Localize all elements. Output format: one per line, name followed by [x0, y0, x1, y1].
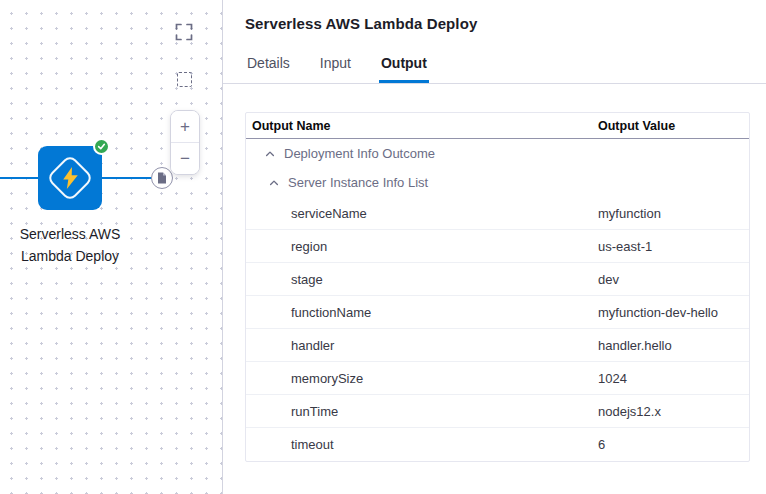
tab-output[interactable]: Output — [379, 55, 429, 83]
tabs: DetailsInputOutput — [223, 55, 766, 84]
step-details-panel: Serverless AWS Lambda Deploy DetailsInpu… — [223, 0, 766, 494]
marquee-select-button[interactable] — [173, 68, 195, 90]
output-table-rows: Deployment Info OutcomeServer Instance I… — [246, 139, 749, 461]
success-check-icon — [93, 138, 110, 155]
zoom-out-button[interactable]: − — [171, 143, 199, 174]
table-row: handlerhandler.hello — [246, 329, 749, 362]
column-header-output-name: Output Name — [246, 119, 598, 133]
node-label: Serverless AWS Lambda Deploy — [6, 224, 134, 267]
table-row: serviceNamemyfunction — [246, 197, 749, 230]
output-value-cell: myfunction-dev-hello — [598, 305, 749, 320]
output-table: Output Name Output Value Deployment Info… — [245, 112, 750, 462]
marquee-select-icon — [177, 72, 192, 87]
zoom-in-button[interactable]: + — [171, 111, 199, 142]
table-row: runTimenodejs12.x — [246, 395, 749, 428]
tab-input[interactable]: Input — [318, 55, 353, 83]
table-row: regionus-east-1 — [246, 230, 749, 263]
output-name-cell: stage — [246, 272, 598, 287]
output-value-cell: us-east-1 — [598, 239, 749, 254]
pipeline-canvas[interactable]: Serverless AWS Lambda Deploy + − — [0, 0, 223, 494]
table-row: timeout6 — [246, 428, 749, 461]
output-name-cell: functionName — [246, 305, 598, 320]
node-output-port[interactable] — [151, 167, 173, 189]
column-header-output-value: Output Value — [598, 119, 749, 133]
output-group-row[interactable]: Server Instance Info List — [246, 168, 749, 197]
output-name-cell: handler — [246, 338, 598, 353]
output-value-cell: dev — [598, 272, 749, 287]
output-name-cell: memorySize — [246, 371, 598, 386]
tab-details[interactable]: Details — [245, 55, 292, 83]
fit-view-button[interactable] — [173, 21, 195, 43]
edge-line-out — [102, 177, 152, 179]
lightning-bolt-icon — [62, 166, 79, 190]
output-name-cell: serviceName — [246, 206, 598, 221]
edge-line-in — [0, 177, 38, 179]
output-table-header: Output Name Output Value — [246, 113, 749, 139]
table-row: stagedev — [246, 263, 749, 296]
output-value-cell: 1024 — [598, 371, 749, 386]
app-window: Serverless AWS Lambda Deploy + − Serverl… — [0, 0, 766, 494]
output-name-cell: timeout — [246, 437, 598, 452]
node-serverless-aws-lambda-deploy[interactable] — [38, 146, 102, 210]
output-group-label: Deployment Info Outcome — [284, 146, 435, 161]
output-name-cell: region — [246, 239, 598, 254]
table-row: memorySize1024 — [246, 362, 749, 395]
output-name-cell: runTime — [246, 404, 598, 419]
chevron-up-icon[interactable] — [264, 148, 276, 160]
fit-view-icon — [175, 23, 193, 41]
output-value-cell: 6 — [598, 437, 749, 452]
output-value-cell: nodejs12.x — [598, 404, 749, 419]
document-icon — [157, 172, 167, 184]
table-row: functionNamemyfunction-dev-hello — [246, 296, 749, 329]
output-value-cell: handler.hello — [598, 338, 749, 353]
output-value-cell: myfunction — [598, 206, 749, 221]
output-group-row[interactable]: Deployment Info Outcome — [246, 139, 749, 168]
panel-title: Serverless AWS Lambda Deploy — [245, 15, 766, 32]
output-group-label: Server Instance Info List — [288, 175, 428, 190]
zoom-controls: + − — [170, 110, 200, 175]
chevron-up-icon[interactable] — [268, 177, 280, 189]
